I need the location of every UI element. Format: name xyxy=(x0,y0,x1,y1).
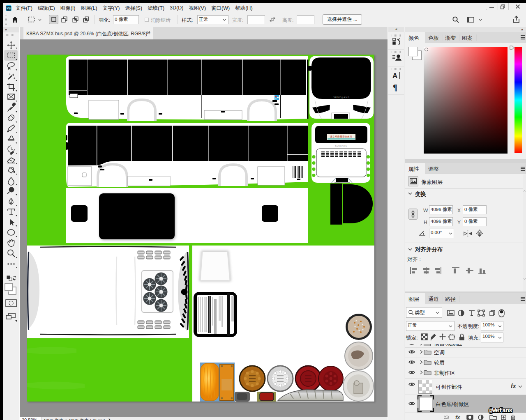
svg-text:SEN◎AMS: SEN◎AMS xyxy=(335,145,347,147)
svg-text:fx: fx xyxy=(455,415,460,420)
svg-text:A: A xyxy=(392,72,397,80)
svg-text:请文明乘车安全出行: 请文明乘车安全出行 xyxy=(330,135,352,138)
svg-text:SENC◎AMS: SENC◎AMS xyxy=(333,96,350,99)
svg-text:¶: ¶ xyxy=(393,83,397,92)
